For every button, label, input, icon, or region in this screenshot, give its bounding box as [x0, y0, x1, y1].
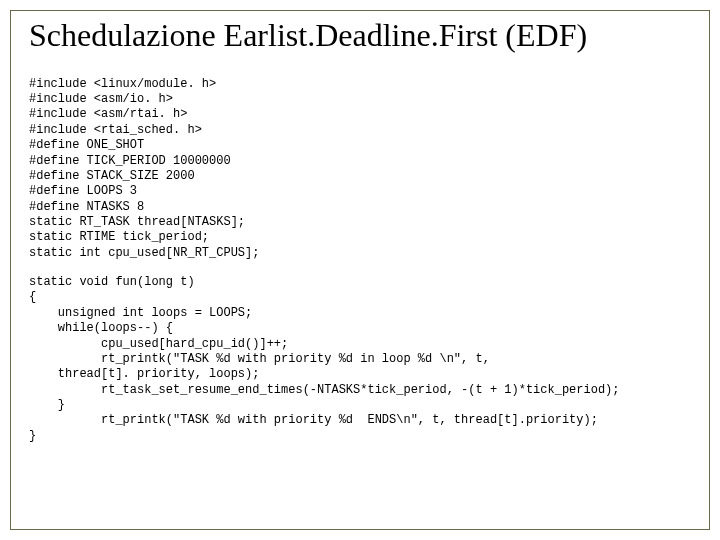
slide-frame: Schedulazione Earlist.Deadline.First (ED… — [10, 10, 710, 530]
code-block-includes: #include <linux/module. h> #include <asm… — [29, 77, 691, 261]
slide-title: Schedulazione Earlist.Deadline.First (ED… — [29, 17, 691, 55]
code-block-function: static void fun(long t) { unsigned int l… — [29, 275, 691, 444]
